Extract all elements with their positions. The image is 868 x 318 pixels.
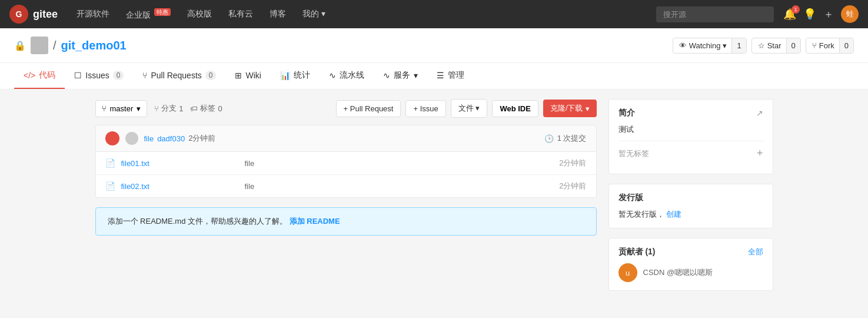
nav-mine[interactable]: 我的 ▾ xyxy=(295,5,332,23)
branch-count: ⑂ 分支 1 xyxy=(154,103,183,114)
file-table: 📄 file01.txt file 2分钟前 📄 file02.txt file… xyxy=(95,152,597,198)
tab-management[interactable]: ☰ 管理 xyxy=(427,63,474,89)
commit-time: 2分钟前 xyxy=(188,133,215,144)
pr-count: 0 xyxy=(205,71,217,80)
branch-bar: ⑂ master ▾ ⑂ 分支 1 🏷 标签 0 + Pull Request xyxy=(95,99,597,118)
avatar[interactable]: 蛙 xyxy=(841,5,859,23)
star-label: Star xyxy=(767,41,781,50)
tags-header: 暂无标签 + xyxy=(618,147,763,160)
contributor-name[interactable]: CSDN @嗯嗯以嗯斯 xyxy=(643,267,713,278)
fork-count: 0 xyxy=(839,38,853,53)
fork-label: Fork xyxy=(819,41,834,50)
readme-prompt-text: 添加一个 README.md 文件，帮助感兴趣的人了解。 xyxy=(108,217,288,226)
sidebar-releases-section: 发行版 暂无发行版， 创建 xyxy=(608,184,773,228)
notification-count: 1 xyxy=(791,5,800,14)
commit-count-info: 🕒 1 次提交 xyxy=(544,133,587,144)
tab-bar: </> 代码 ☐ Issues 0 ⑂ Pull Requests 0 ⊞ Wi… xyxy=(0,63,868,90)
search-input[interactable] xyxy=(656,6,774,22)
branch-fork-icon: ⑂ xyxy=(154,104,159,113)
nav-icon-group: 🔔 1 💡 ＋ 蛙 xyxy=(783,5,859,23)
repo-title: 🔒 / git_demo01 xyxy=(14,37,127,54)
notification-bell-icon[interactable]: 🔔 1 xyxy=(783,8,796,21)
tab-code[interactable]: </> 代码 xyxy=(14,63,65,89)
branch-selector[interactable]: ⑂ master ▾ xyxy=(95,100,148,117)
owner-avatar xyxy=(31,37,48,54)
nav-university[interactable]: 高校版 xyxy=(180,5,219,23)
intro-content: 测试 xyxy=(618,124,763,135)
pull-request-button[interactable]: + Pull Request xyxy=(336,100,401,117)
tag-count: 🏷 标签 0 xyxy=(190,103,222,114)
releases-header: 发行版 xyxy=(618,193,763,203)
file-time: 2分钟前 xyxy=(559,158,586,168)
contributors-header: 贡献者 (1) 全部 xyxy=(618,247,763,257)
commit-row: file dadf030 2分钟前 🕒 1 次提交 xyxy=(95,125,597,152)
tab-pipeline[interactable]: ∿ 流水线 xyxy=(320,63,374,89)
code-icon: </> xyxy=(24,71,35,80)
eye-icon: 👁 xyxy=(679,41,687,50)
branch-meta: ⑂ 分支 1 🏷 标签 0 xyxy=(154,103,222,114)
nav-blog[interactable]: 博客 xyxy=(262,5,293,23)
services-icon: ∿ xyxy=(383,71,390,80)
contributors-all-link[interactable]: 全部 xyxy=(748,247,763,257)
contributor-item: u CSDN @嗯嗯以嗯斯 xyxy=(618,263,763,282)
add-readme-link[interactable]: 添加 README xyxy=(290,217,340,226)
sidebar-intro-section: 简介 ↗ 测试 暂无标签 + xyxy=(608,99,773,174)
create-release-link[interactable]: 创建 xyxy=(666,210,681,218)
logo[interactable]: G gitee xyxy=(9,5,58,24)
issue-button[interactable]: + Issue xyxy=(405,100,445,117)
history-icon: 🕒 xyxy=(544,134,554,143)
commit-count: 1 次提交 xyxy=(557,133,587,144)
file-name-link[interactable]: file02.txt xyxy=(121,182,239,191)
commit-hash[interactable]: dadf030 xyxy=(157,134,185,143)
nav-private-cloud[interactable]: 私有云 xyxy=(221,5,260,23)
plus-icon[interactable]: ＋ xyxy=(823,7,834,21)
top-navigation: G gitee 开源软件 企业版 特惠 高校版 私有云 博客 我的 ▾ 🔔 1 … xyxy=(0,0,868,28)
watching-button[interactable]: 👁 Watching ▾ 1 xyxy=(673,38,747,54)
tab-pullrequests[interactable]: ⑂ Pull Requests 0 xyxy=(133,64,225,88)
commit-author-avatar xyxy=(125,132,138,145)
lightbulb-icon[interactable]: 💡 xyxy=(803,8,816,21)
table-row: 📄 file01.txt file 2分钟前 xyxy=(96,152,596,175)
file-commit-message: file xyxy=(245,182,554,191)
stats-icon: 📊 xyxy=(280,71,290,80)
branch-dropdown-icon: ▾ xyxy=(137,104,141,113)
repo-name[interactable]: git_demo01 xyxy=(61,39,127,52)
pipeline-icon: ∿ xyxy=(329,71,336,80)
wiki-icon: ⊞ xyxy=(235,71,242,80)
toolbar-buttons: + Pull Request + Issue 文件 ▾ Web IDE 克隆/下… xyxy=(336,99,597,118)
clone-button[interactable]: 克隆/下载 ▾ xyxy=(543,100,597,117)
repo-header: 🔒 / git_demo01 👁 Watching ▾ 1 ☆ Star 0 ⑂… xyxy=(0,28,868,63)
tab-wiki[interactable]: ⊞ Wiki xyxy=(225,64,270,88)
nav-opensource[interactable]: 开源软件 xyxy=(69,5,117,23)
tab-stats[interactable]: 📊 统计 xyxy=(271,63,320,89)
contributor-avatar: u xyxy=(618,263,637,282)
star-count: 0 xyxy=(786,38,800,53)
webide-button[interactable]: Web IDE xyxy=(492,100,538,117)
tab-issues[interactable]: ☐ Issues 0 xyxy=(65,64,133,88)
fork-button[interactable]: ⑂ Fork 0 xyxy=(806,38,854,54)
lock-icon: 🔒 xyxy=(14,40,26,51)
edit-icon[interactable]: ↗ xyxy=(756,108,763,118)
contributors-title: 贡献者 (1) xyxy=(618,247,656,257)
main-content: ⑂ master ▾ ⑂ 分支 1 🏷 标签 0 + Pull Request xyxy=(81,90,787,310)
file-name-link[interactable]: file01.txt xyxy=(121,159,239,168)
file-button[interactable]: 文件 ▾ xyxy=(451,99,488,118)
tag-icon: 🏷 xyxy=(190,104,198,113)
section-divider xyxy=(618,141,763,141)
clone-dropdown-icon: ▾ xyxy=(586,104,590,113)
intro-header: 简介 ↗ xyxy=(618,108,763,118)
dropdown-icon: ▾ xyxy=(723,41,727,50)
issues-count: 0 xyxy=(113,71,124,80)
repo-action-buttons: 👁 Watching ▾ 1 ☆ Star 0 ⑂ Fork 0 xyxy=(673,38,854,54)
star-button[interactable]: ☆ Star 0 xyxy=(751,38,801,54)
branch-icon: ⑂ xyxy=(102,104,107,113)
readme-prompt: 添加一个 README.md 文件，帮助感兴趣的人了解。 添加 README xyxy=(95,207,597,236)
watching-count: 1 xyxy=(731,38,746,53)
tab-services[interactable]: ∿ 服务 ▾ xyxy=(374,63,427,89)
star-icon: ☆ xyxy=(758,41,765,50)
commit-author-link[interactable]: file xyxy=(144,134,154,143)
nav-enterprise[interactable]: 企业版 特惠 xyxy=(119,5,178,24)
commit-info: file dadf030 2分钟前 xyxy=(144,133,538,144)
add-tag-icon[interactable]: + xyxy=(757,147,763,160)
watching-label: Watching xyxy=(689,41,721,50)
